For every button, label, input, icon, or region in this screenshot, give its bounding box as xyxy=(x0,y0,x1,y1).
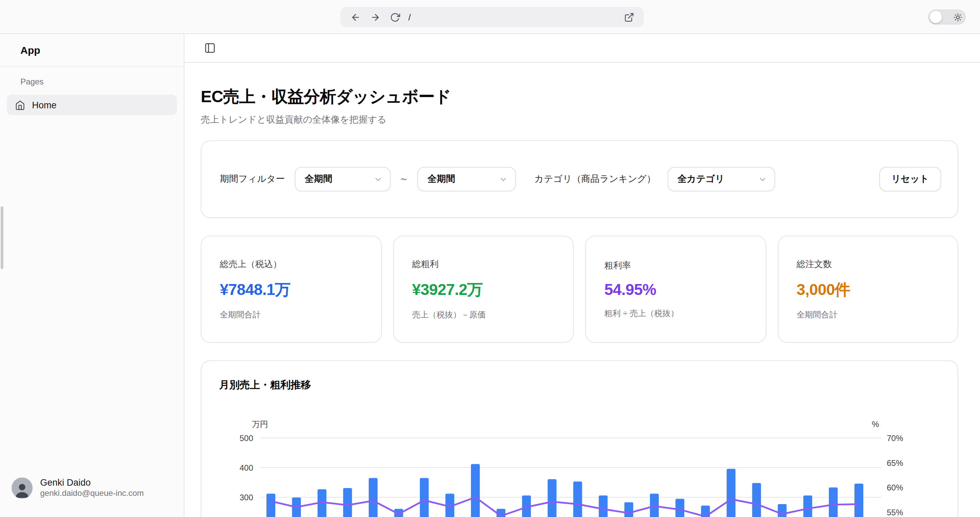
monthly-trend-card: 月別売上・粗利推移 50040030070%65%60%55%万円% xyxy=(201,360,958,517)
user-profile[interactable]: Genki Daido genki.daido@queue-inc.com xyxy=(0,477,184,517)
open-external-button[interactable] xyxy=(623,11,635,23)
kpi-label: 粗利率 xyxy=(605,259,747,271)
chevron-down-icon xyxy=(499,175,508,184)
page-title: EC売上・収益分析ダッシュボード xyxy=(201,86,958,108)
period-to-select[interactable]: 全期間 xyxy=(417,167,516,191)
toggle-knob xyxy=(930,11,942,23)
user-name: Genki Daido xyxy=(40,477,144,489)
kpi-value: 3,000件 xyxy=(797,279,939,300)
kpi-caption: 粗利 ÷ 売上（税抜） xyxy=(605,308,747,319)
svg-text:400: 400 xyxy=(240,463,253,472)
sun-icon xyxy=(953,13,962,21)
sidebar: App Pages Home Genki Daido genki.daido@q… xyxy=(0,34,185,517)
filter-card: 期間フィルター 全期間 ～ 全期間 カテゴリ（商品ランキング） 全カテゴリ xyxy=(201,140,958,218)
refresh-icon xyxy=(390,12,400,22)
panel-left-icon xyxy=(204,42,215,54)
sidebar-item-label: Home xyxy=(32,100,56,110)
avatar xyxy=(11,478,33,499)
category-filter-label: カテゴリ（商品ランキング） xyxy=(535,173,656,185)
main-panel: EC売上・収益分析ダッシュボード 売上トレンドと収益貢献の全体像を把握する 期間… xyxy=(185,34,980,517)
kpi-label: 総粗利 xyxy=(412,258,555,270)
kpi-value: 54.95% xyxy=(605,280,747,299)
dashboard-content: EC売上・収益分析ダッシュボード 売上トレンドと収益貢献の全体像を把握する 期間… xyxy=(185,63,980,517)
person-icon xyxy=(13,480,31,499)
svg-text:%: % xyxy=(872,420,879,429)
monthly-sales-profit-chart: 50040030070%65%60%55%万円% xyxy=(219,397,940,517)
back-button[interactable] xyxy=(349,11,361,23)
kpi-card-order-count: 総注文数 3,000件 全期間合計 xyxy=(778,236,958,343)
kpi-caption: 売上（税抜）－原価 xyxy=(412,309,555,321)
arrow-right-icon xyxy=(370,12,380,22)
period-to-value: 全期間 xyxy=(428,173,455,185)
period-from-value: 全期間 xyxy=(305,173,332,185)
kpi-caption: 全期間合計 xyxy=(220,309,363,321)
svg-text:300: 300 xyxy=(240,493,253,502)
svg-text:70%: 70% xyxy=(887,434,903,443)
url-path: / xyxy=(408,12,615,22)
home-icon xyxy=(15,100,25,110)
chart-title: 月別売上・粗利推移 xyxy=(219,379,940,392)
kpi-card-margin-rate: 粗利率 54.95% 粗利 ÷ 売上（税抜） xyxy=(585,236,766,343)
browser-topbar: / xyxy=(0,0,980,34)
external-link-icon xyxy=(624,12,634,22)
app-window: / App Pages Home Genki Daido xyxy=(0,0,980,517)
kpi-value: ¥3927.2万 xyxy=(412,279,555,300)
svg-text:60%: 60% xyxy=(887,483,903,492)
reset-button[interactable]: リセット xyxy=(879,167,941,191)
kpi-caption: 全期間合計 xyxy=(797,309,939,321)
svg-text:65%: 65% xyxy=(887,458,903,468)
chevron-down-icon xyxy=(758,175,767,184)
forward-button[interactable] xyxy=(369,11,381,23)
kpi-value: ¥7848.1万 xyxy=(220,279,363,300)
chevron-down-icon xyxy=(374,175,382,184)
kpi-row: 総売上（税込） ¥7848.1万 全期間合計 総粗利 ¥3927.2万 売上（税… xyxy=(201,236,958,343)
sidebar-toggle-button[interactable] xyxy=(201,39,218,57)
kpi-label: 総売上（税込） xyxy=(220,258,363,270)
category-value: 全カテゴリ xyxy=(678,173,724,185)
category-select[interactable]: 全カテゴリ xyxy=(667,167,775,191)
refresh-button[interactable] xyxy=(388,11,401,23)
arrow-left-icon xyxy=(350,12,360,22)
svg-text:55%: 55% xyxy=(887,508,903,517)
kpi-label: 総注文数 xyxy=(797,258,939,270)
app-title: App xyxy=(0,34,184,67)
url-bar[interactable]: / xyxy=(340,7,644,27)
period-filter-label: 期間フィルター xyxy=(220,173,285,185)
scrollbar-thumb[interactable] xyxy=(1,206,3,269)
main-header xyxy=(185,34,980,63)
svg-text:500: 500 xyxy=(240,434,253,443)
svg-text:万円: 万円 xyxy=(252,420,268,429)
sidebar-item-home[interactable]: Home xyxy=(7,95,177,115)
theme-toggle[interactable] xyxy=(928,10,966,24)
page-subtitle: 売上トレンドと収益貢献の全体像を把握する xyxy=(201,114,958,126)
range-separator: ～ xyxy=(399,173,409,185)
user-email: genki.daido@queue-inc.com xyxy=(40,489,144,499)
period-from-select[interactable]: 全期間 xyxy=(295,167,391,191)
kpi-card-total-sales: 総売上（税込） ¥7848.1万 全期間合計 xyxy=(201,236,382,343)
sidebar-section-label: Pages xyxy=(21,77,163,86)
kpi-card-gross-profit: 総粗利 ¥3927.2万 売上（税抜）－原価 xyxy=(393,236,574,343)
